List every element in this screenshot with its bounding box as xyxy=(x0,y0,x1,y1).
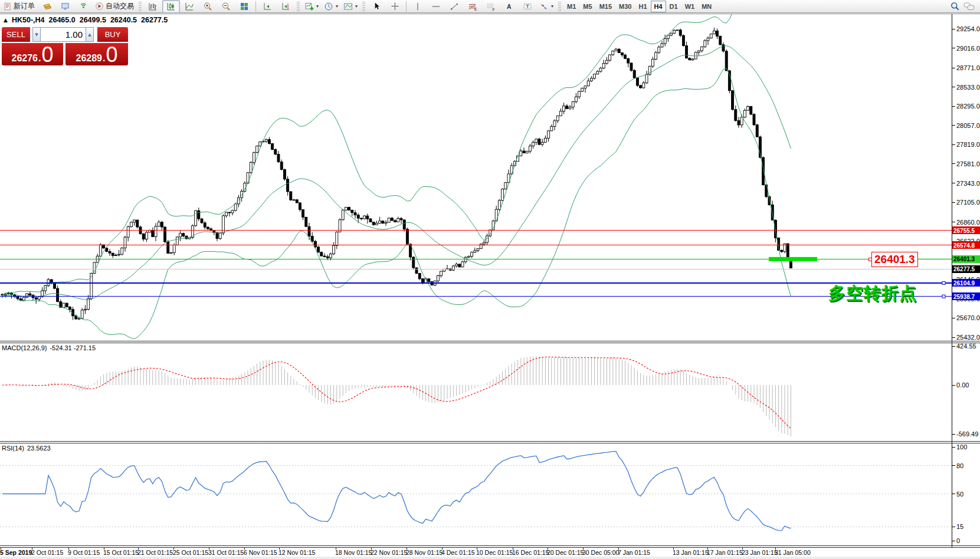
text-icon: A xyxy=(505,2,513,11)
svg-text:27105.0: 27105.0 xyxy=(956,199,980,206)
new-order-button[interactable]: 新订单 xyxy=(1,0,37,13)
trendline-icon xyxy=(450,2,458,11)
tile-windows-icon xyxy=(240,2,249,11)
toolbar-grip[interactable] xyxy=(558,2,561,11)
horizontal-line-button[interactable] xyxy=(427,0,445,13)
svg-text:28295.0: 28295.0 xyxy=(956,103,980,110)
time-axis[interactable]: 5 Sep 20192 Oct 01:159 Oct 01:1515 Oct 0… xyxy=(0,548,811,557)
signals-button[interactable] xyxy=(74,0,92,13)
zoom-in-button[interactable] xyxy=(199,0,217,13)
new-order-label: 新订单 xyxy=(14,1,35,11)
buy-price-frac: 0 xyxy=(106,46,117,64)
timeframe-button-MN[interactable]: MN xyxy=(698,1,715,12)
svg-text:T: T xyxy=(526,4,529,9)
channel-button[interactable]: F xyxy=(482,0,500,13)
chat-icon[interactable] xyxy=(963,2,975,11)
crosshair-button[interactable] xyxy=(386,0,404,13)
ohlc-high: 26499.5 xyxy=(80,16,106,24)
indicators-dropdown[interactable]: ▾ xyxy=(341,0,360,13)
new-order-icon xyxy=(4,2,12,11)
autotrading-button[interactable]: 自动交易 xyxy=(93,0,136,13)
toolbar-grip[interactable] xyxy=(139,2,142,11)
toolbar-grip[interactable] xyxy=(297,2,300,11)
indicators-icon xyxy=(343,2,353,11)
time-label: 4 Dec 01:15 xyxy=(441,549,475,556)
svg-text:F: F xyxy=(493,7,495,11)
ohlc-low: 26240.5 xyxy=(110,16,137,24)
macd-panel-label: MACD(12,26,9) -524.31 -271.15 xyxy=(2,344,96,351)
buy-button[interactable]: BUY xyxy=(97,27,128,42)
sell-button[interactable]: SELL xyxy=(2,27,30,42)
vertical-line-button[interactable] xyxy=(409,0,427,13)
channel-icon: F xyxy=(486,2,496,11)
toolbar-grip[interactable] xyxy=(362,2,365,11)
panel-divider-0[interactable] xyxy=(0,340,980,344)
bar-chart-button[interactable] xyxy=(144,0,162,13)
one-click-trading-panel: SELL ▼ 1.00 ▲ BUY 26276 . 0 26289 . 0 xyxy=(2,27,128,65)
expander-icon[interactable]: ▲ xyxy=(4,17,8,23)
autotrading-label: 自动交易 xyxy=(106,1,134,11)
svg-text:25670.0: 25670.0 xyxy=(956,314,980,321)
rsi-name: RSI(14) xyxy=(2,445,24,452)
timeframe-button-H1[interactable]: H1 xyxy=(635,1,650,12)
time-label: 31 Jan 05:00 xyxy=(775,549,811,556)
text-button[interactable]: A xyxy=(500,0,518,13)
hline-handle[interactable] xyxy=(942,295,945,298)
time-label: 28 Nov 01:15 xyxy=(406,549,443,556)
chart-shift-button[interactable] xyxy=(277,0,294,13)
timeframe-button-M15[interactable]: M15 xyxy=(596,1,615,12)
cursor-button[interactable] xyxy=(368,0,385,13)
support-highlight-segment[interactable] xyxy=(769,257,817,261)
gold-button[interactable] xyxy=(38,0,55,13)
volume-input[interactable]: 1.00 xyxy=(41,27,86,42)
svg-text:0: 0 xyxy=(956,537,960,544)
volume-decrease-button[interactable]: ▼ xyxy=(32,27,41,42)
arrows-icon xyxy=(539,2,549,11)
new-chart-dropdown[interactable]: ▾ xyxy=(302,0,321,13)
chevron-down-icon: ▾ xyxy=(316,4,319,9)
main-toolbar: 新订单 自动交易 ▾ ▾ xyxy=(0,0,980,13)
fibonacci-button[interactable]: E xyxy=(464,0,481,13)
shapes-dropdown[interactable]: ▾ xyxy=(537,0,556,13)
buy-price-int: 26289 xyxy=(76,53,103,64)
buy-price[interactable]: 26289 . 0 xyxy=(65,43,128,65)
timeframe-button-D1[interactable]: D1 xyxy=(666,1,681,12)
line-chart-button[interactable] xyxy=(181,0,198,13)
svg-text:28771.0: 28771.0 xyxy=(956,64,980,71)
panel-divider-1[interactable] xyxy=(0,440,980,444)
sell-price-sep: . xyxy=(38,53,41,64)
trendline-button[interactable] xyxy=(445,0,463,13)
chart-canvas[interactable]: 29254.029016.028771.028533.028295.028057… xyxy=(0,0,980,559)
panel-divider-2[interactable] xyxy=(0,545,980,548)
turning-point-annotation[interactable]: 多空转折点 xyxy=(828,282,917,305)
timeframe-button-W1[interactable]: W1 xyxy=(681,1,699,12)
svg-text:28533.0: 28533.0 xyxy=(956,84,980,91)
fibonacci-icon: E xyxy=(468,2,477,11)
time-label: 13 Jan 01:15 xyxy=(673,549,709,556)
candlestick-chart-button[interactable] xyxy=(162,0,180,13)
hline-handle[interactable] xyxy=(942,281,945,284)
volume-increase-button[interactable]: ▲ xyxy=(86,27,94,42)
svg-text:A: A xyxy=(507,2,512,9)
svg-text:-569.49: -569.49 xyxy=(956,430,978,438)
timeframe-button-H4[interactable]: H4 xyxy=(651,1,666,12)
search-icon[interactable] xyxy=(950,1,960,11)
zoom-out-button[interactable] xyxy=(217,0,235,13)
time-label: 31 Oct 01:15 xyxy=(208,549,244,556)
chart-shift-icon xyxy=(281,2,290,11)
terminal-button[interactable] xyxy=(56,0,74,13)
sell-price[interactable]: 26276 . 0 xyxy=(2,43,63,65)
periods-dropdown[interactable]: ▾ xyxy=(322,0,340,13)
auto-scroll-button[interactable] xyxy=(258,0,276,13)
price-annotation-box[interactable]: 26401.3 xyxy=(871,252,918,267)
timeframe-button-M1[interactable]: M1 xyxy=(563,1,579,12)
text-label-button[interactable]: T xyxy=(519,0,536,13)
timeframe-button-M5[interactable]: M5 xyxy=(579,1,595,12)
autotrading-icon xyxy=(95,2,104,11)
tile-windows-button[interactable] xyxy=(235,0,253,13)
bar-chart-icon xyxy=(148,2,158,11)
time-label: 22 Nov 01:15 xyxy=(371,549,408,556)
macd-values: -524.31 -271.15 xyxy=(50,344,96,351)
timeframe-button-M30[interactable]: M30 xyxy=(615,1,635,12)
time-label: 18 Nov 01:15 xyxy=(335,549,372,556)
